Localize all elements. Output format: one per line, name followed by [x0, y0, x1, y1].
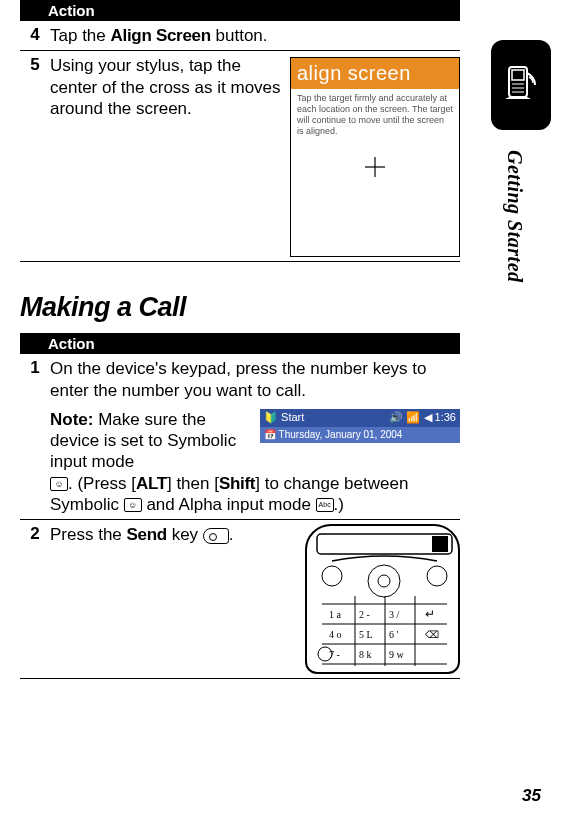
section-heading: Making a Call	[20, 292, 460, 323]
call-step-2-row: 2 Press the Send key .	[20, 520, 460, 679]
call-step-1-body: On the device's keypad, press the number…	[50, 358, 460, 515]
svg-text:⌫: ⌫	[425, 629, 439, 640]
call-step-2-suffix: key	[167, 525, 203, 544]
note-2: . (Press	[68, 474, 131, 493]
note-label: Note:	[50, 410, 93, 429]
step-4-prefix: Tap the	[50, 26, 111, 45]
preview-title: align screen	[291, 58, 459, 89]
svg-point-7	[378, 575, 390, 587]
startbar-date: Thursday, January 01, 2004	[279, 429, 403, 440]
action-header-2-label: Action	[48, 335, 95, 352]
send-label: Send	[127, 525, 167, 544]
call-step-2-tail: .	[229, 525, 234, 544]
step-4-suffix: button.	[211, 26, 268, 45]
svg-rect-28	[512, 70, 524, 80]
symbolic-icon: ☺	[124, 498, 142, 512]
note-5: and Alpha input mode	[142, 495, 316, 514]
svg-point-4	[322, 566, 342, 586]
note-6: .)	[334, 495, 344, 514]
note-3: then	[172, 474, 215, 493]
step-5-row: 5 Using your stylus, tap the center of t…	[20, 51, 460, 262]
svg-rect-3	[432, 536, 448, 552]
step-5-num: 5	[20, 55, 50, 257]
call-step-1-note: Note: Make sure the device is set to Sym…	[50, 401, 460, 515]
call-step-1-num: 1	[20, 358, 50, 515]
step-5-text: Using your stylus, tap the center of the…	[50, 55, 290, 257]
chapter-icon-box	[491, 40, 551, 130]
action-header-1: Action	[20, 0, 460, 21]
svg-text:1 a: 1 a	[329, 609, 342, 620]
call-step-1-row: 1 On the device's keypad, press the numb…	[20, 354, 460, 519]
step-5-body: Using your stylus, tap the center of the…	[50, 55, 460, 257]
crosshair-icon	[365, 157, 385, 177]
call-step-2-body: Press the Send key .	[50, 524, 460, 674]
call-step-2-num: 2	[20, 524, 50, 674]
svg-text:2 -: 2 -	[359, 609, 370, 620]
call-step-1-line1: On the device's keypad, press the number…	[50, 358, 460, 401]
step-4-body: Tap the Align Screen button.	[50, 25, 460, 46]
align-screen-label: Align Screen	[111, 26, 211, 45]
send-key-icon	[203, 528, 229, 544]
shift-key: Shift	[219, 474, 255, 493]
step-4-row: 4 Tap the Align Screen button.	[20, 21, 460, 51]
svg-text:9 w: 9 w	[389, 649, 405, 660]
svg-rect-2	[317, 534, 452, 554]
keypad-illustration: 1 a 2 - 3 / 4 o 5 L 6 ' 7 - 8 k 9 w ↵ ⌫	[305, 524, 460, 674]
svg-text:5 L: 5 L	[359, 629, 373, 640]
step-4-num: 4	[20, 25, 50, 46]
svg-point-5	[427, 566, 447, 586]
symbolic-mode-icon: ☺	[50, 477, 68, 491]
action-header-1-label: Action	[48, 2, 95, 19]
phone-icon	[499, 63, 543, 107]
svg-text:↵: ↵	[425, 607, 435, 621]
align-screen-preview: align screen Tap the target firmly and a…	[290, 57, 460, 257]
svg-text:8 k: 8 k	[359, 649, 372, 660]
chapter-label: Getting Started	[503, 150, 526, 283]
startbar-right: 1:36	[435, 411, 456, 423]
svg-text:6 ': 6 '	[389, 629, 399, 640]
page-number: 35	[522, 786, 541, 806]
alpha-icon: Abc	[316, 498, 334, 512]
action-header-2: Action	[20, 333, 460, 354]
call-step-2-prefix: Press the	[50, 525, 127, 544]
svg-point-6	[368, 565, 400, 597]
startbar-preview: 🔰 Start 🔊 📶 ◀ 1:36 📅 Thursday, January 0…	[260, 409, 460, 473]
chapter-tab	[491, 40, 551, 130]
svg-text:4 o: 4 o	[329, 629, 342, 640]
startbar-left: Start	[281, 411, 304, 423]
preview-instructions: Tap the target firmly and accurately at …	[291, 89, 459, 140]
alt-key: ALT	[136, 474, 167, 493]
svg-text:3 /: 3 /	[389, 609, 400, 620]
